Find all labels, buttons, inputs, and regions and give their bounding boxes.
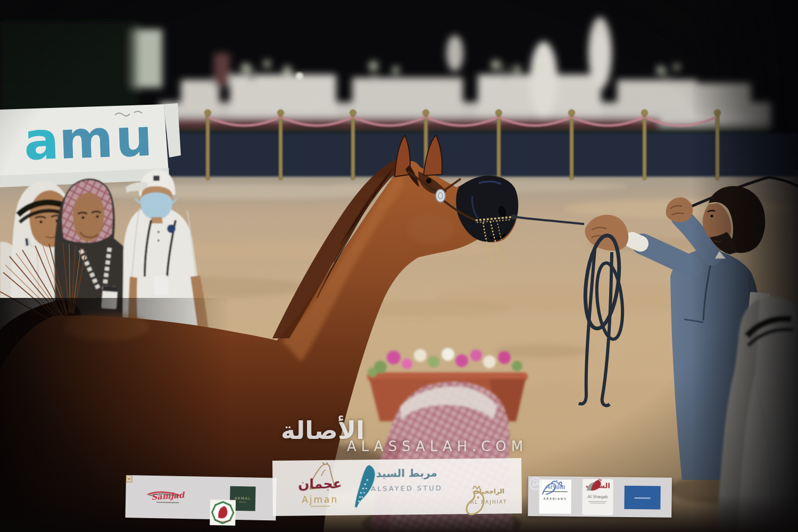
akmal-emblem-icon <box>126 475 132 483</box>
sponsor-alrajhiat: الراجحيات AL RAJHIAT <box>460 485 518 506</box>
sponsor-blue-monogram <box>624 485 660 509</box>
samjad-flourish-icon <box>146 490 180 497</box>
horse-show-photo: a mu <box>0 0 798 532</box>
crown-icon <box>473 486 480 490</box>
alshaqab-horseheads-icon <box>583 479 605 492</box>
aryam-subtext: ARABIANS <box>544 497 567 500</box>
sponsor-alshaqab: السقب Al Shaqab <box>582 479 613 516</box>
akmal-wordmark: AKMAL <box>235 496 252 501</box>
alsayed-wordmark: ALSAYED STUD <box>371 484 443 493</box>
sponsor-band-center: عجمان Ajman مربط السيد ALSAYED STUD الرا… <box>272 458 522 516</box>
ajman-wordmark: Ajman <box>302 494 338 505</box>
alsayed-arabic: مربط السيد <box>376 467 437 480</box>
sponsor-band-left: Samjad AKMAL <box>125 475 276 520</box>
watermark-site-text: ALASSALAH.COM <box>347 438 528 454</box>
blue-monogram-icon <box>528 476 543 491</box>
vignette-right <box>692 0 798 532</box>
sponsor-ajman: عجمان Ajman <box>290 462 349 462</box>
alshaqab-wordmark: Al Shaqab <box>588 494 608 499</box>
sponsor-samjad: Samjad <box>146 490 189 504</box>
sponsor-alsayed-stud: مربط السيد ALSAYED STUD <box>353 466 460 493</box>
alsayed-horsehead-icon <box>353 464 379 509</box>
sponsor-aryam: Aryam ARABIANS <box>539 479 571 514</box>
ajman-arabic: عجمان <box>298 476 342 492</box>
sponsor-band-right: Aryam ARABIANS السقب Al Shaqab <box>528 476 672 518</box>
alrajhiat-horsehead-icon <box>460 486 491 517</box>
horse-society-emblem-icon <box>209 498 236 527</box>
